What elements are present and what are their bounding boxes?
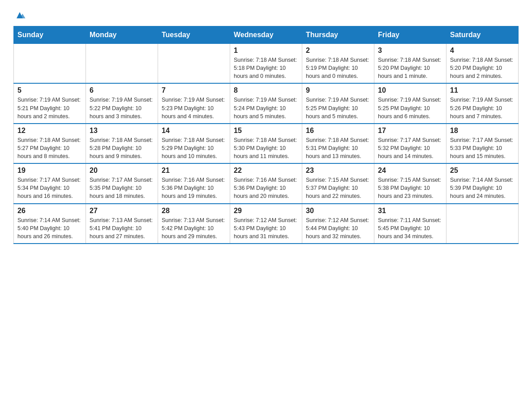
day-number: 10	[378, 86, 442, 94]
day-info: Sunrise: 7:17 AM Sunset: 5:33 PM Dayligh…	[450, 136, 515, 160]
day-info: Sunrise: 7:18 AM Sunset: 5:31 PM Dayligh…	[306, 136, 370, 160]
day-number: 20	[90, 167, 154, 175]
day-number: 4	[450, 47, 515, 55]
week-row-4: 19Sunrise: 7:17 AM Sunset: 5:34 PM Dayli…	[14, 163, 519, 203]
day-info: Sunrise: 7:16 AM Sunset: 5:36 PM Dayligh…	[162, 176, 226, 200]
weekday-header-thursday: Thursday	[302, 26, 374, 44]
day-info: Sunrise: 7:15 AM Sunset: 5:37 PM Dayligh…	[306, 176, 370, 200]
calendar-cell: 23Sunrise: 7:15 AM Sunset: 5:37 PM Dayli…	[302, 163, 374, 203]
calendar-cell: 27Sunrise: 7:13 AM Sunset: 5:41 PM Dayli…	[86, 204, 158, 244]
day-info: Sunrise: 7:19 AM Sunset: 5:25 PM Dayligh…	[378, 96, 442, 120]
calendar-cell	[158, 44, 230, 84]
calendar-cell: 2Sunrise: 7:18 AM Sunset: 5:19 PM Daylig…	[302, 44, 374, 84]
day-number: 11	[450, 86, 515, 94]
day-info: Sunrise: 7:19 AM Sunset: 5:25 PM Dayligh…	[306, 96, 370, 120]
day-number: 28	[162, 207, 226, 215]
weekday-header-friday: Friday	[374, 26, 446, 44]
day-number: 5	[17, 86, 82, 94]
day-number: 18	[450, 127, 515, 135]
calendar-cell: 26Sunrise: 7:14 AM Sunset: 5:40 PM Dayli…	[14, 204, 86, 244]
calendar-cell: 28Sunrise: 7:13 AM Sunset: 5:42 PM Dayli…	[158, 204, 230, 244]
day-info: Sunrise: 7:12 AM Sunset: 5:43 PM Dayligh…	[234, 216, 298, 240]
weekday-header-monday: Monday	[86, 26, 158, 44]
day-number: 8	[234, 86, 298, 94]
calendar-cell: 13Sunrise: 7:18 AM Sunset: 5:28 PM Dayli…	[86, 124, 158, 163]
day-info: Sunrise: 7:16 AM Sunset: 5:36 PM Dayligh…	[234, 176, 298, 200]
calendar-cell: 11Sunrise: 7:19 AM Sunset: 5:26 PM Dayli…	[446, 83, 519, 123]
calendar-cell: 7Sunrise: 7:19 AM Sunset: 5:23 PM Daylig…	[158, 83, 230, 123]
day-info: Sunrise: 7:13 AM Sunset: 5:42 PM Dayligh…	[162, 216, 226, 240]
day-number: 14	[162, 127, 226, 135]
calendar-cell: 21Sunrise: 7:16 AM Sunset: 5:36 PM Dayli…	[158, 163, 230, 203]
calendar-cell: 10Sunrise: 7:19 AM Sunset: 5:25 PM Dayli…	[374, 83, 446, 123]
day-info: Sunrise: 7:19 AM Sunset: 5:24 PM Dayligh…	[234, 96, 298, 120]
day-info: Sunrise: 7:19 AM Sunset: 5:22 PM Dayligh…	[90, 96, 154, 120]
calendar-table: SundayMondayTuesdayWednesdayThursdayFrid…	[13, 26, 519, 244]
day-info: Sunrise: 7:18 AM Sunset: 5:28 PM Dayligh…	[90, 136, 154, 160]
day-number: 29	[234, 207, 298, 215]
weekday-header-saturday: Saturday	[446, 26, 519, 44]
weekday-header-tuesday: Tuesday	[158, 26, 230, 44]
day-info: Sunrise: 7:17 AM Sunset: 5:32 PM Dayligh…	[378, 136, 442, 160]
page-header	[13, 9, 519, 21]
day-info: Sunrise: 7:18 AM Sunset: 5:20 PM Dayligh…	[378, 56, 442, 80]
day-number: 12	[17, 127, 82, 135]
day-number: 6	[90, 86, 154, 94]
calendar-cell: 16Sunrise: 7:18 AM Sunset: 5:31 PM Dayli…	[302, 124, 374, 163]
day-number: 16	[306, 127, 370, 135]
day-number: 23	[306, 167, 370, 175]
calendar-cell	[14, 44, 86, 84]
weekday-header-wednesday: Wednesday	[230, 26, 302, 44]
day-number: 27	[90, 207, 154, 215]
calendar-cell: 12Sunrise: 7:18 AM Sunset: 5:27 PM Dayli…	[14, 124, 86, 163]
calendar-cell: 3Sunrise: 7:18 AM Sunset: 5:20 PM Daylig…	[374, 44, 446, 84]
day-info: Sunrise: 7:14 AM Sunset: 5:39 PM Dayligh…	[450, 176, 515, 200]
calendar-cell: 1Sunrise: 7:18 AM Sunset: 5:18 PM Daylig…	[230, 44, 302, 84]
day-info: Sunrise: 7:18 AM Sunset: 5:18 PM Dayligh…	[234, 56, 298, 80]
day-info: Sunrise: 7:18 AM Sunset: 5:30 PM Dayligh…	[234, 136, 298, 160]
day-info: Sunrise: 7:17 AM Sunset: 5:35 PM Dayligh…	[90, 176, 154, 200]
day-info: Sunrise: 7:19 AM Sunset: 5:26 PM Dayligh…	[450, 96, 515, 120]
day-info: Sunrise: 7:13 AM Sunset: 5:41 PM Dayligh…	[90, 216, 154, 240]
day-info: Sunrise: 7:11 AM Sunset: 5:45 PM Dayligh…	[378, 216, 442, 240]
day-info: Sunrise: 7:19 AM Sunset: 5:23 PM Dayligh…	[162, 96, 226, 120]
calendar-cell: 22Sunrise: 7:16 AM Sunset: 5:36 PM Dayli…	[230, 163, 302, 203]
day-number: 19	[17, 167, 82, 175]
calendar-cell: 17Sunrise: 7:17 AM Sunset: 5:32 PM Dayli…	[374, 124, 446, 163]
calendar-cell: 31Sunrise: 7:11 AM Sunset: 5:45 PM Dayli…	[374, 204, 446, 244]
calendar-cell: 25Sunrise: 7:14 AM Sunset: 5:39 PM Dayli…	[446, 163, 519, 203]
week-row-5: 26Sunrise: 7:14 AM Sunset: 5:40 PM Dayli…	[14, 204, 519, 244]
day-number: 15	[234, 127, 298, 135]
calendar-cell: 29Sunrise: 7:12 AM Sunset: 5:43 PM Dayli…	[230, 204, 302, 244]
weekday-header-row: SundayMondayTuesdayWednesdayThursdayFrid…	[14, 26, 519, 44]
calendar-cell: 6Sunrise: 7:19 AM Sunset: 5:22 PM Daylig…	[86, 83, 158, 123]
day-number: 22	[234, 167, 298, 175]
calendar-cell: 15Sunrise: 7:18 AM Sunset: 5:30 PM Dayli…	[230, 124, 302, 163]
day-number: 31	[378, 207, 442, 215]
day-info: Sunrise: 7:18 AM Sunset: 5:29 PM Dayligh…	[162, 136, 226, 160]
calendar-cell: 5Sunrise: 7:19 AM Sunset: 5:21 PM Daylig…	[14, 83, 86, 123]
day-number: 25	[450, 167, 515, 175]
week-row-2: 5Sunrise: 7:19 AM Sunset: 5:21 PM Daylig…	[14, 83, 519, 123]
day-number: 26	[17, 207, 82, 215]
day-number: 21	[162, 167, 226, 175]
day-number: 30	[306, 207, 370, 215]
calendar-cell: 20Sunrise: 7:17 AM Sunset: 5:35 PM Dayli…	[86, 163, 158, 203]
week-row-1: 1Sunrise: 7:18 AM Sunset: 5:18 PM Daylig…	[14, 44, 519, 84]
day-info: Sunrise: 7:18 AM Sunset: 5:19 PM Dayligh…	[306, 56, 370, 80]
day-number: 13	[90, 127, 154, 135]
day-info: Sunrise: 7:14 AM Sunset: 5:40 PM Dayligh…	[17, 216, 82, 240]
week-row-3: 12Sunrise: 7:18 AM Sunset: 5:27 PM Dayli…	[14, 124, 519, 163]
day-info: Sunrise: 7:17 AM Sunset: 5:34 PM Dayligh…	[17, 176, 82, 200]
day-number: 7	[162, 86, 226, 94]
calendar-cell: 14Sunrise: 7:18 AM Sunset: 5:29 PM Dayli…	[158, 124, 230, 163]
weekday-header-sunday: Sunday	[14, 26, 86, 44]
day-info: Sunrise: 7:19 AM Sunset: 5:21 PM Dayligh…	[17, 96, 82, 120]
day-number: 9	[306, 86, 370, 94]
day-number: 2	[306, 47, 370, 55]
day-info: Sunrise: 7:18 AM Sunset: 5:27 PM Dayligh…	[17, 136, 82, 160]
calendar-cell: 8Sunrise: 7:19 AM Sunset: 5:24 PM Daylig…	[230, 83, 302, 123]
day-number: 3	[378, 47, 442, 55]
day-number: 17	[378, 127, 442, 135]
calendar-cell: 18Sunrise: 7:17 AM Sunset: 5:33 PM Dayli…	[446, 124, 519, 163]
